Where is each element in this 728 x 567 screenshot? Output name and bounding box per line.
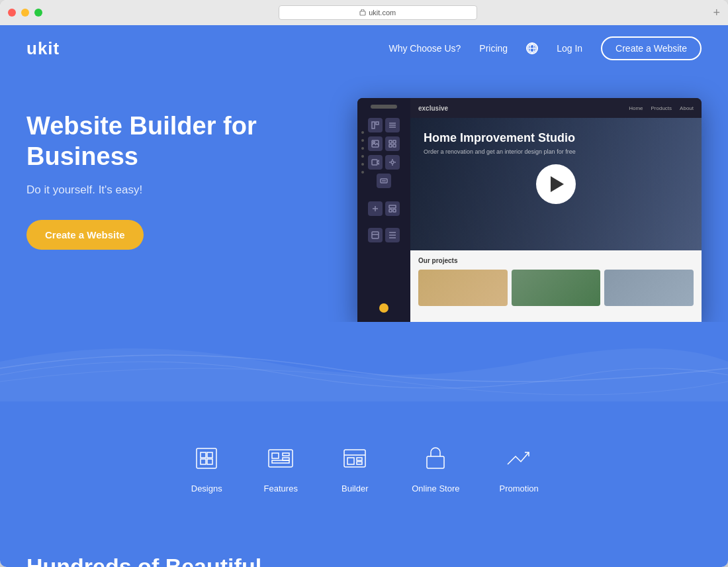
mockup-site-header: exclusive Home Products About bbox=[410, 98, 702, 118]
designs-icon bbox=[189, 441, 224, 476]
address-bar: ukit.com bbox=[48, 5, 707, 20]
svg-rect-15 bbox=[372, 160, 377, 165]
designs-title: Hundreds of Beautiful Designs bbox=[26, 553, 291, 567]
url-text: ukit.com bbox=[369, 9, 396, 17]
language-selector[interactable] bbox=[526, 42, 538, 54]
svg-rect-0 bbox=[360, 11, 365, 15]
wave-section bbox=[0, 322, 728, 401]
browser-mockup: exclusive Home Products About Home Impro… bbox=[330, 98, 702, 323]
play-button[interactable] bbox=[536, 164, 576, 204]
svg-point-16 bbox=[391, 161, 394, 164]
store-icon bbox=[418, 441, 453, 476]
svg-rect-23 bbox=[393, 209, 396, 212]
nav-login[interactable]: Log In bbox=[557, 43, 582, 54]
sidebar-row-3 bbox=[368, 155, 400, 170]
store-label: Online Store bbox=[412, 484, 459, 493]
svg-rect-13 bbox=[389, 144, 392, 147]
sidebar-row-1 bbox=[368, 118, 400, 132]
svg-rect-24 bbox=[372, 232, 379, 238]
nav-links: Why Choose Us? Pricing Log In Create a W… bbox=[388, 36, 702, 60]
svg-rect-41 bbox=[347, 458, 354, 464]
navbar: ukit Why Choose Us? Pricing Log In Creat… bbox=[0, 25, 728, 72]
mockup-top-bar bbox=[371, 105, 397, 109]
features-icon bbox=[263, 441, 298, 476]
features-section: Designs Features bbox=[0, 401, 728, 527]
feature-promotion[interactable]: Promotion bbox=[500, 441, 539, 493]
url-input[interactable]: ukit.com bbox=[279, 5, 477, 20]
mockup-hero-subtitle: Order a renovation and get an interior d… bbox=[424, 148, 576, 155]
mockup-projects: Our projects bbox=[410, 250, 702, 323]
svg-rect-42 bbox=[357, 458, 362, 460]
sidebar-row-2 bbox=[368, 136, 400, 151]
designs-label: Designs bbox=[191, 484, 222, 493]
svg-rect-32 bbox=[201, 459, 206, 464]
mockup-nav-home: Home bbox=[629, 105, 643, 111]
new-tab-button[interactable]: + bbox=[713, 6, 720, 20]
mockup-nav-products: Products bbox=[651, 105, 672, 111]
features-grid: Designs Features bbox=[26, 441, 702, 493]
svg-rect-14 bbox=[393, 144, 396, 147]
sidebar-icon-h bbox=[368, 118, 383, 132]
logo[interactable]: ukit bbox=[26, 38, 60, 59]
svg-rect-43 bbox=[357, 462, 362, 464]
svg-rect-33 bbox=[207, 459, 212, 464]
svg-rect-29 bbox=[197, 448, 216, 468]
nav-pricing[interactable]: Pricing bbox=[479, 43, 508, 54]
feature-store[interactable]: Online Store bbox=[412, 441, 459, 493]
mockup-thumb-2 bbox=[512, 270, 601, 306]
svg-rect-21 bbox=[389, 205, 396, 208]
mockup-projects-title: Our projects bbox=[418, 257, 694, 264]
promotion-icon bbox=[502, 441, 536, 476]
mockup-nav-about: About bbox=[680, 105, 694, 111]
sidebar-yellow-dot bbox=[379, 303, 388, 313]
sidebar-icon-text bbox=[377, 174, 391, 188]
features-label: Features bbox=[264, 484, 298, 493]
sidebar-icon-video bbox=[368, 155, 383, 170]
sidebar-icon-plus bbox=[368, 201, 383, 216]
promotion-label: Promotion bbox=[500, 484, 539, 493]
mockup-brand: exclusive bbox=[418, 105, 448, 112]
sidebar-icon-settings bbox=[385, 155, 400, 170]
mockup-thumb-3 bbox=[604, 270, 694, 306]
svg-rect-44 bbox=[427, 456, 444, 468]
sidebar-icon-list bbox=[385, 118, 400, 132]
maximize-button[interactable] bbox=[34, 9, 42, 17]
hero-section: Website Builder for Business Do it yours… bbox=[0, 72, 728, 323]
hero-subtitle: Do it yourself. It's easy! bbox=[26, 183, 330, 197]
hero-text: Website Builder for Business Do it yours… bbox=[26, 98, 330, 323]
hero-cta-button[interactable]: Create a Website bbox=[26, 220, 144, 250]
mockup-thumb-1 bbox=[418, 270, 508, 306]
sidebar-icon-gallery bbox=[385, 136, 400, 151]
builder-icon bbox=[338, 441, 372, 476]
sidebar-row-6 bbox=[368, 228, 400, 242]
browser-window: ukit.com + ukit Why Choose Us? Pricing L… bbox=[0, 0, 728, 567]
browser-titlebar: ukit.com + bbox=[0, 0, 728, 25]
page-content: ukit Why Choose Us? Pricing Log In Creat… bbox=[0, 25, 728, 567]
play-icon bbox=[551, 176, 564, 192]
mockup-hero-title: Home Improvement Studio bbox=[424, 131, 576, 145]
mockup-window: exclusive Home Products About Home Impro… bbox=[357, 98, 702, 323]
svg-rect-11 bbox=[389, 140, 392, 143]
svg-rect-4 bbox=[372, 122, 375, 129]
mockup-thumbnails bbox=[418, 270, 694, 306]
nav-why-choose[interactable]: Why Choose Us? bbox=[388, 43, 461, 54]
mockup-hero-text: Home Improvement Studio Order a renovati… bbox=[424, 131, 576, 155]
svg-rect-12 bbox=[393, 140, 396, 143]
svg-rect-38 bbox=[272, 460, 289, 463]
mockup-sidebar bbox=[357, 98, 410, 323]
close-button[interactable] bbox=[8, 9, 16, 17]
feature-builder[interactable]: Builder bbox=[338, 441, 372, 493]
sidebar-row-5 bbox=[368, 201, 400, 216]
sidebar-dots bbox=[361, 131, 364, 174]
svg-rect-5 bbox=[376, 122, 379, 125]
svg-rect-30 bbox=[201, 452, 206, 458]
mockup-nav-links: Home Products About bbox=[629, 105, 694, 111]
sidebar-icon-menu bbox=[385, 228, 400, 242]
svg-rect-31 bbox=[207, 452, 212, 458]
sidebar-icon-layout bbox=[385, 201, 400, 216]
nav-cta-button[interactable]: Create a Website bbox=[601, 36, 702, 60]
feature-designs[interactable]: Designs bbox=[189, 441, 224, 493]
feature-features[interactable]: Features bbox=[263, 441, 298, 493]
minimize-button[interactable] bbox=[21, 9, 29, 17]
mockup-content: exclusive Home Products About Home Impro… bbox=[410, 98, 702, 323]
